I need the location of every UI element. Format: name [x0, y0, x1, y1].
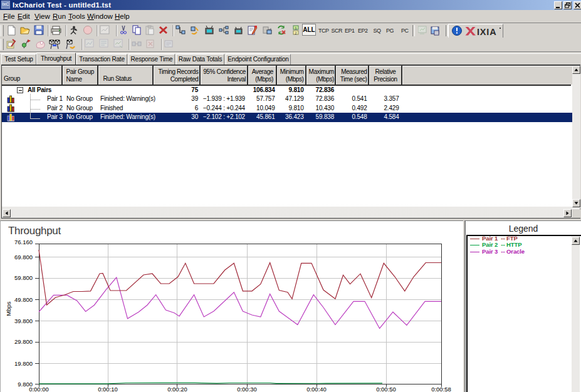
- svg-text:19.800: 19.800: [14, 360, 33, 367]
- svg-text:Mbps: Mbps: [5, 301, 12, 316]
- svg-text:IXIA: IXIA: [477, 27, 496, 37]
- svg-text:69.800: 69.800: [14, 254, 33, 260]
- svg-text:59.800: 59.800: [14, 274, 33, 281]
- svg-text:76.160: 76.160: [14, 239, 33, 245]
- svg-text:29.800: 29.800: [14, 338, 33, 345]
- svg-text:39.800: 39.800: [14, 317, 33, 324]
- svg-text:49.800: 49.800: [14, 296, 33, 303]
